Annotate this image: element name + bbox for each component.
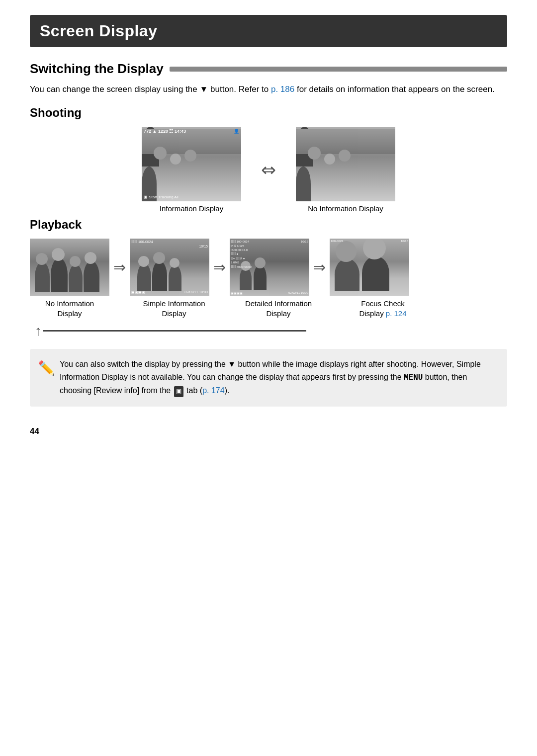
caption-no-info: No InformationDisplay <box>30 299 109 319</box>
camera-tab-icon: ▣ <box>174 386 183 397</box>
note-text: You can also switch the display by press… <box>60 360 481 395</box>
p174-link[interactable]: p. 174 <box>202 386 224 395</box>
shooting-overlay-top: 772 ▲ 1220 ☷ 14:43 👤 <box>144 129 239 134</box>
note-box: ✏️ You can also switch the display by pr… <box>30 349 507 407</box>
camera-image-info: 772 ▲ 1220 ☷ 14:43 👤 ▣ Start Tracking AF <box>142 127 241 201</box>
page-header: Screen Display <box>30 15 507 47</box>
caption-no-info-display: No Information Display <box>308 204 383 213</box>
heading-bar <box>170 67 507 72</box>
playback-imgs-row: ⇒ ☷☷ 100-0024 10/15 ▣▣▣▣02/02/11 10:00 <box>30 239 507 296</box>
pb-img-simple: ☷☷ 100-0024 10/15 ▣▣▣▣02/02/11 10:00 <box>130 239 209 296</box>
cycle-line <box>43 330 306 332</box>
shooting-heading: Shooting <box>30 106 507 120</box>
cycle-up-arrow: ↑ <box>30 323 42 339</box>
menu-word: MENU <box>404 373 423 382</box>
switching-heading-container: Switching the Display <box>30 61 507 77</box>
page-number: 44 <box>30 426 507 436</box>
bottom-cycle-arrows: ↑ <box>30 323 507 339</box>
img-block-no-info-display: No Information Display <box>296 127 395 213</box>
detailed-overlay: ☷☷ 100-062410/15 P ⑥ 1/125 ISO100 F4.0 ☷… <box>231 240 308 269</box>
playback-section: Playback ⇒ <box>30 218 507 339</box>
switching-body-after: for details on information that appears … <box>297 84 495 94</box>
playback-arrow-3: ⇒ <box>311 258 328 276</box>
focus-overlay-bottom: ☷ <box>406 291 408 295</box>
playback-heading: Playback <box>30 218 507 232</box>
shooting-overlay-bottom: ▣ Start Tracking AF <box>144 195 239 199</box>
caption-detailed-info: Detailed InformationDisplay <box>239 299 318 319</box>
simple-overlay-date: 10/15 <box>199 245 208 248</box>
camera-image-no-info <box>296 127 395 201</box>
switching-body-text: You can change the screen display using … <box>30 84 268 94</box>
simple-overlay-bottom: ▣▣▣▣02/02/11 10:00 <box>131 290 208 294</box>
focus-overlay-top: 100-002410/15 <box>331 240 408 243</box>
note-icon: ✏️ <box>38 357 55 380</box>
switching-heading: Switching the Display <box>30 61 164 77</box>
detailed-overlay-bottom: ▣▣▣▣02/02/11 10:00 <box>231 291 308 295</box>
shooting-row: 772 ▲ 1220 ☷ 14:43 👤 ▣ Start Tracking AF… <box>30 127 507 213</box>
playback-arrow-1: ⇒ <box>111 258 128 276</box>
pb-img-no-info <box>30 239 109 296</box>
pb-img-detailed: ☷☷ 100-062410/15 P ⑥ 1/125 ISO100 F4.0 ☷… <box>230 239 309 296</box>
playback-container: ⇒ ☷☷ 100-0024 10/15 ▣▣▣▣02/02/11 10:00 <box>30 239 507 339</box>
page-title: Screen Display <box>40 22 497 40</box>
pb-img-focus: 100-002410/15 ☷ <box>330 239 409 296</box>
simple-overlay-top: ☷☷ 100-0024 <box>131 240 208 244</box>
playback-arrow-2: ⇒ <box>211 258 228 276</box>
caption-row: No InformationDisplay Simple Information… <box>30 299 507 319</box>
caption-info-display: Information Display <box>160 204 223 213</box>
caption-focus-check: Focus CheckDisplay p. 124 <box>343 299 423 319</box>
p186-link[interactable]: p. 186 <box>271 84 294 94</box>
switching-body: You can change the screen display using … <box>30 83 507 96</box>
caption-simple-info: Simple InformationDisplay <box>134 299 214 319</box>
p124-link[interactable]: p. 124 <box>386 309 407 318</box>
img-block-info-display: 772 ▲ 1220 ☷ 14:43 👤 ▣ Start Tracking AF… <box>142 127 241 213</box>
double-arrow: ⇔ <box>261 160 276 180</box>
